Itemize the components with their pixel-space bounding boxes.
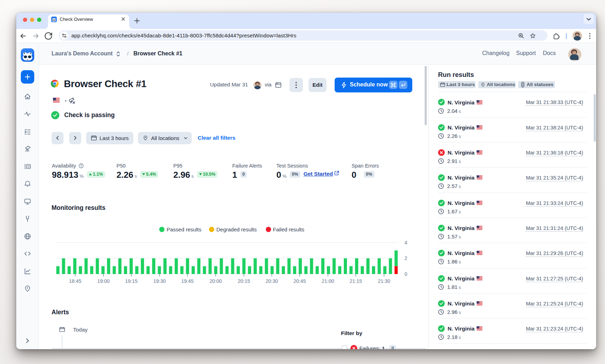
svg-text:20:30: 20:30 [265, 278, 278, 284]
svg-text:2: 2 [405, 255, 407, 261]
svg-text:21:30: 21:30 [378, 278, 390, 284]
svg-text:19:15: 19:15 [125, 278, 137, 284]
svg-text:19:00: 19:00 [97, 278, 109, 284]
svg-text:20:45: 20:45 [293, 278, 306, 284]
svg-text:4: 4 [405, 240, 407, 245]
svg-text:18:45: 18:45 [69, 278, 81, 284]
svg-text:0: 0 [405, 271, 407, 277]
svg-text:21:15: 21:15 [349, 278, 362, 284]
svg-text:19:30: 19:30 [153, 278, 166, 284]
svg-text:21:00: 21:00 [322, 278, 334, 284]
svg-text:20:00: 20:00 [209, 278, 222, 284]
svg-text:19:45: 19:45 [181, 278, 193, 284]
svg-text:20:15: 20:15 [238, 278, 250, 284]
